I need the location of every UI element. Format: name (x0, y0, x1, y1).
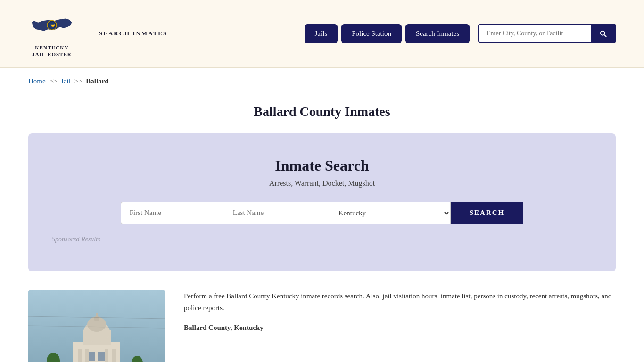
content-paragraph1: Perform a free Ballard County Kentucky i… (184, 290, 616, 314)
site-title: SEARCH INMATES (99, 30, 167, 37)
nav-buttons: Jails Police Station Search Inmates (305, 24, 616, 43)
header-search-area (478, 24, 616, 43)
breadcrumb-current: Ballard (86, 77, 108, 85)
breadcrumb-sep1: >> (49, 77, 57, 85)
kentucky-map-icon: 🤝 (28, 9, 75, 42)
content-subheading: Ballard County, Kentucky (184, 322, 616, 334)
county-image (28, 290, 165, 362)
first-name-input[interactable] (121, 202, 224, 224)
breadcrumb-jail[interactable]: Jail (61, 77, 71, 85)
svg-rect-14 (112, 349, 116, 362)
header-search-button[interactable] (591, 24, 616, 43)
svg-rect-13 (105, 349, 108, 362)
svg-rect-11 (78, 349, 82, 362)
sponsored-results-label: Sponsored Results (47, 236, 597, 243)
header: 🤝 KENTUCKY JAIL ROSTER SEARCH INMATES Ja… (0, 0, 644, 68)
police-station-button[interactable]: Police Station (341, 24, 402, 43)
content-section: Perform a free Ballard County Kentucky i… (0, 272, 644, 362)
inmate-search-subtitle: Arrests, Warrant, Docket, Mugshot (47, 179, 597, 188)
svg-rect-10 (96, 313, 98, 320)
page-title-section: Ballard County Inmates (0, 95, 644, 133)
logo-text: KENTUCKY JAIL ROSTER (32, 44, 71, 58)
breadcrumb-sep2: >> (74, 77, 83, 85)
state-select[interactable]: AlabamaAlaskaArizonaArkansasCaliforniaCo… (328, 202, 451, 224)
inmate-search-title: Inmate Search (47, 157, 597, 174)
svg-rect-12 (85, 349, 89, 362)
svg-text:🤝: 🤝 (50, 23, 56, 28)
courthouse-illustration (28, 290, 165, 362)
last-name-input[interactable] (224, 202, 328, 224)
svg-rect-17 (89, 352, 95, 361)
header-search-input[interactable] (478, 24, 591, 43)
search-form: AlabamaAlaskaArizonaArkansasCaliforniaCo… (47, 202, 597, 224)
search-icon (599, 29, 607, 38)
search-inmates-button[interactable]: Search Inmates (405, 24, 470, 43)
breadcrumb: Home >> Jail >> Ballard (0, 68, 644, 95)
breadcrumb-home[interactable]: Home (28, 77, 46, 85)
jails-button[interactable]: Jails (305, 24, 338, 43)
content-text: Perform a free Ballard County Kentucky i… (184, 290, 616, 342)
logo: 🤝 KENTUCKY JAIL ROSTER (28, 9, 75, 58)
svg-rect-18 (98, 352, 105, 361)
page-title: Ballard County Inmates (28, 104, 616, 119)
inmate-search-button[interactable]: SEARCH (451, 202, 524, 224)
inmate-search-box: Inmate Search Arrests, Warrant, Docket, … (28, 133, 616, 272)
